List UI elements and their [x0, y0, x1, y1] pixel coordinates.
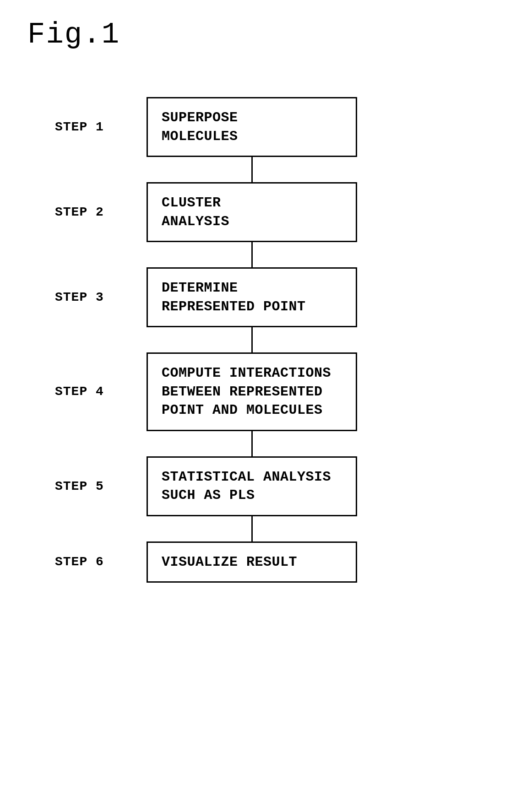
step-label-2: STEP 2 — [55, 205, 147, 219]
connector-line-1 — [251, 157, 253, 182]
connector-line-4 — [251, 431, 253, 456]
step-label-6: STEP 6 — [55, 555, 147, 569]
step-box-text-5: STATISTICAL ANALYSISSUCH AS PLS — [162, 468, 331, 505]
step-row-6: STEP 6VISUALIZE RESULT — [55, 541, 505, 583]
connector-line-2 — [251, 242, 253, 267]
step-box-text-3: DETERMINEREPRESENTED POINT — [162, 279, 306, 316]
step-row-2: STEP 2CLUSTERANALYSIS — [55, 182, 505, 242]
step-box-2: CLUSTERANALYSIS — [147, 182, 357, 242]
step-label-5: STEP 5 — [55, 479, 147, 493]
step-box-6: VISUALIZE RESULT — [147, 541, 357, 583]
step-box-1: SUPERPOSEMOLECULES — [147, 97, 357, 157]
step-box-text-6: VISUALIZE RESULT — [162, 553, 297, 572]
step-box-text-1: SUPERPOSEMOLECULES — [162, 108, 238, 146]
connector-line-5 — [251, 516, 253, 541]
flowchart: STEP 1SUPERPOSEMOLECULESSTEP 2CLUSTERANA… — [27, 88, 505, 583]
connector-2 — [55, 242, 505, 267]
step-box-text-4: COMPUTE INTERACTIONSBETWEEN REPRESENTEDP… — [162, 364, 331, 420]
step-label-3: STEP 3 — [55, 290, 147, 304]
step-box-5: STATISTICAL ANALYSISSUCH AS PLS — [147, 456, 357, 516]
step-row-3: STEP 3DETERMINEREPRESENTED POINT — [55, 267, 505, 327]
step-label-1: STEP 1 — [55, 120, 147, 134]
connector-5 — [55, 516, 505, 541]
connector-3 — [55, 327, 505, 352]
connector-1 — [55, 157, 505, 182]
step-row-5: STEP 5STATISTICAL ANALYSISSUCH AS PLS — [55, 456, 505, 516]
step-label-4: STEP 4 — [55, 384, 147, 399]
step-box-4: COMPUTE INTERACTIONSBETWEEN REPRESENTEDP… — [147, 352, 357, 431]
step-box-3: DETERMINEREPRESENTED POINT — [147, 267, 357, 327]
connector-4 — [55, 431, 505, 456]
page-title: Fig.1 — [27, 18, 505, 51]
step-row-4: STEP 4COMPUTE INTERACTIONSBETWEEN REPRES… — [55, 352, 505, 431]
step-box-text-2: CLUSTERANALYSIS — [162, 194, 229, 231]
connector-line-3 — [251, 327, 253, 352]
step-row-1: STEP 1SUPERPOSEMOLECULES — [55, 97, 505, 157]
